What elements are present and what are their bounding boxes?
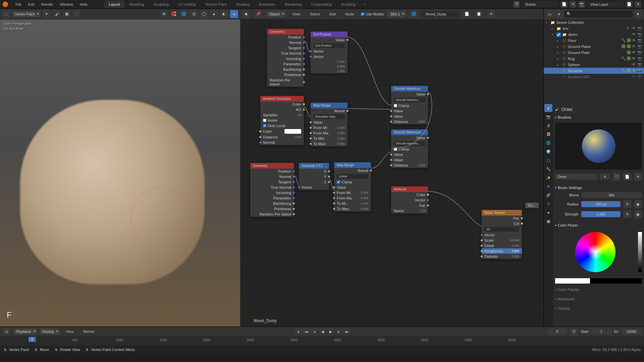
only-local-check[interactable]: Only Local (263, 124, 285, 128)
suzanne-item[interactable]: ▸▽Suzanne 🔧🟢👁📷 (544, 68, 644, 74)
distance-value[interactable]: 0.500 (418, 164, 425, 167)
brushes-panel-title[interactable]: Brushes (555, 114, 642, 121)
outliner-mode-icon[interactable]: ▾ (555, 10, 563, 18)
advanced-title[interactable]: Advanced (555, 296, 642, 302)
tab-animation[interactable]: Animation (254, 1, 280, 8)
modifier-tab-icon[interactable]: 🔧 (544, 165, 552, 173)
from-max-val[interactable]: 0.900 (361, 196, 368, 200)
tab-compositing[interactable]: Compositing (307, 1, 336, 8)
shader-node-editor[interactable]: ◉ 📌 Object View Select Add Node Use Node… (240, 9, 543, 326)
menu-edit[interactable]: Edit (25, 1, 38, 8)
matprev-icon[interactable]: ◐ (220, 10, 228, 18)
material-tab-icon[interactable]: ● (544, 208, 552, 217)
rug-item[interactable]: ▸▽Rug 🔧🟢👁📷 (544, 56, 644, 62)
roughness-value[interactable]: 0.682 (512, 249, 519, 253)
distance-value[interactable]: 0.500 (418, 120, 425, 123)
samples-value[interactable]: 16 (298, 113, 301, 117)
timeline-type-icon[interactable]: ◷ (3, 327, 11, 336)
brush-delete-icon[interactable]: ✕ (634, 173, 642, 181)
editor-type-icon[interactable]: ⬚ (2, 10, 10, 18)
tab-sculpting[interactable]: Sculpting (149, 1, 173, 8)
tab-scripting[interactable]: Scripting (336, 1, 360, 8)
menu-help[interactable]: Help (76, 1, 91, 8)
pen-pressure-icon[interactable]: ✎ (623, 210, 631, 218)
material-icon[interactable]: 🟢 (627, 38, 631, 43)
nh-add[interactable]: Add (327, 11, 339, 17)
nh-view[interactable]: View (290, 11, 303, 17)
node-attribute[interactable]: Attribute Color Vector Fac Name:Col (391, 186, 428, 214)
render-tab-icon[interactable]: 📷 (544, 113, 552, 121)
material-delete-icon[interactable]: ✕ (487, 10, 495, 18)
texture-title[interactable]: Texture (555, 305, 642, 312)
viewport-3d-canvas[interactable]: User Perspective (0) Suzanne F (0, 19, 240, 326)
jump-end-icon[interactable]: ⏭ (343, 328, 351, 335)
next-keyframe-icon[interactable]: ▸ (335, 328, 342, 335)
camera-icon[interactable]: 📷 (637, 62, 642, 67)
blend-mode-dropdown[interactable]: Mix (581, 192, 642, 198)
timeline-view-menu[interactable]: View (62, 328, 77, 335)
output-tab-icon[interactable]: 🖨 (544, 121, 552, 129)
vec-value[interactable]: 1.000 (337, 69, 345, 73)
color-swatch[interactable] (284, 129, 301, 134)
scene-new-icon[interactable]: 📄 (561, 1, 568, 8)
floor-item[interactable]: ▸▽Floor 🔧🟢👁📷 (544, 38, 644, 44)
play-reverse-icon[interactable]: ◀ (319, 328, 326, 335)
clamp-check[interactable]: Clamp (337, 180, 352, 184)
math-op-dropdown[interactable]: Smooth Maximu... (394, 141, 425, 146)
material-icon[interactable]: 🟢 (627, 68, 631, 73)
env-collection-item[interactable]: ▸📁env 3👁📷 (544, 25, 644, 32)
eye-icon[interactable]: 👁 (632, 74, 637, 79)
overlay-icon[interactable]: ⊡ (190, 10, 198, 18)
prev-keyframe-icon[interactable]: ◂ (311, 328, 318, 335)
to-max-val[interactable]: 0.000 (361, 207, 368, 210)
vertex-paint-icon[interactable]: 🖌 (53, 10, 61, 18)
playback-menu[interactable]: Playback (13, 328, 37, 335)
eye-icon[interactable]: 👁 (632, 38, 637, 43)
outliner-filter-icon[interactable]: ▼ (634, 10, 642, 18)
color-palette-title[interactable]: Color Palette (555, 286, 642, 293)
node-title[interactable]: Separate XYZ (299, 163, 329, 169)
scene-delete-icon[interactable]: ✕ (570, 1, 576, 8)
timeline-marker-menu[interactable]: Marker (80, 328, 98, 335)
strength-unit-icon[interactable]: ◉ (634, 210, 642, 218)
node-title[interactable]: Geometry (250, 163, 294, 169)
node-smooth-max-1[interactable]: Smooth Maximum Value Smooth Maximu... Cl… (391, 86, 428, 124)
distance-value[interactable]: 1.000 (293, 135, 301, 139)
clamp-check[interactable]: Clamp (394, 147, 409, 151)
tab-add-workspace[interactable]: + (360, 1, 369, 8)
use-nodes-checkbox[interactable]: Use Nodes (361, 12, 384, 16)
to-max-val[interactable]: 0.000 (337, 142, 345, 145)
wrench-icon[interactable]: 🔧 (621, 68, 626, 73)
clamp-check[interactable]: Clamp (394, 104, 409, 108)
radius-unit-icon[interactable]: ◉ (634, 200, 642, 208)
eye-icon[interactable]: 👁 (632, 26, 637, 31)
viewlayer-name-field[interactable]: View Layer (587, 2, 624, 7)
from-min-val[interactable]: -1.000 (360, 191, 368, 194)
tab-layout[interactable]: Layout (104, 1, 125, 8)
camera-icon[interactable]: 📷 (637, 74, 642, 79)
tab-modeling[interactable]: Modeling (125, 1, 149, 8)
suzanne001-item[interactable]: ▸▽Suzanne.001 👁📷 (544, 74, 644, 80)
from-max-val[interactable]: 0.830 (337, 131, 345, 135)
nh-node[interactable]: Node (343, 11, 357, 17)
scene-icon[interactable]: 🎬 (513, 1, 520, 8)
node-title[interactable]: Du... (525, 202, 539, 208)
material-new-icon[interactable]: 📄 (463, 10, 471, 18)
node-geometry-2[interactable]: Geometry Position Normal Tangent True No… (250, 163, 294, 217)
to-min-val[interactable]: 1.000 (337, 137, 345, 140)
color-picker-title[interactable]: Color Picker (555, 222, 642, 229)
menu-window[interactable]: Window (57, 1, 76, 8)
slot-dropdown[interactable]: Slot 1 (388, 11, 406, 17)
node-geometry-1[interactable]: Geometry Position Normal Tangent True No… (267, 29, 304, 87)
mode-dropdown[interactable]: Vertex Paint (12, 11, 41, 17)
material-icon[interactable]: 🟢 (627, 44, 631, 49)
math-op-dropdown[interactable]: Dot Product (313, 43, 345, 48)
start-frame-field[interactable]: 1 (591, 328, 611, 335)
node-separate-xyz[interactable]: Separate XYZ X Y Z Vector (299, 163, 329, 190)
node-title[interactable]: Map Range (311, 103, 347, 108)
wrench-icon[interactable]: 🔧 (621, 38, 626, 43)
camera-icon[interactable]: 📷 (637, 50, 642, 55)
shader-type-dropdown[interactable]: Object (266, 11, 286, 17)
node-title[interactable]: Geometry (267, 29, 304, 35)
color-strip[interactable] (555, 278, 642, 284)
